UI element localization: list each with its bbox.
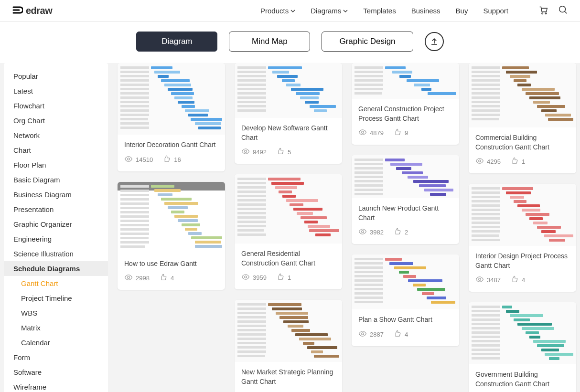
svg-point-0 (542, 13, 543, 14)
thumbs-up-icon (162, 155, 171, 165)
tab-mindmap[interactable]: Mind Map (229, 32, 310, 52)
sidebar-item-latest[interactable]: Latest (4, 84, 108, 98)
template-meta: 39591 (241, 273, 335, 283)
category-tabs: Diagram Mind Map Graphic Design (0, 22, 580, 63)
sidebar-item-flowchart[interactable]: Flowchart (4, 98, 108, 113)
likes-count: 4 (393, 329, 408, 339)
chevron-down-icon (343, 9, 348, 13)
sidebar-item-floor-plan[interactable]: Floor Plan (4, 158, 108, 172)
template-thumbnail (352, 254, 459, 309)
thumbs-up-icon (393, 128, 402, 138)
tab-graphic-design[interactable]: Graphic Design (322, 32, 413, 52)
nav-support[interactable]: Support (483, 7, 508, 15)
template-title: Government Building Construction Gantt C… (475, 370, 569, 389)
sidebar-item-chart[interactable]: Chart (4, 143, 108, 158)
svg-point-12 (479, 278, 481, 281)
sidebar-item-software[interactable]: Software (4, 365, 108, 380)
sidebar-item-wireframe[interactable]: Wireframe (4, 380, 108, 392)
template-title: General Residential Construction Gantt C… (241, 249, 335, 268)
sidebar-item-schedule-diagrams[interactable]: Schedule Diagrams (4, 261, 108, 276)
template-title: Commercial Building Construction Gantt C… (475, 133, 569, 152)
views-count: 3959 (241, 273, 267, 283)
svg-point-8 (362, 131, 364, 134)
template-thumbnail (469, 63, 576, 127)
template-title: How to use Edraw Gantt (124, 259, 218, 269)
logo-icon (11, 5, 23, 17)
template-card[interactable]: Launch New Product Gantt Chart39822 (352, 155, 459, 244)
chevron-down-icon (290, 9, 295, 13)
sidebar-item-popular[interactable]: Popular (4, 69, 108, 84)
eye-icon (124, 273, 133, 283)
thumbs-up-icon (510, 275, 519, 285)
template-card[interactable]: Interior Decoration Gantt Chart1451016 (118, 63, 225, 171)
eye-icon (358, 329, 367, 339)
template-gallery: Interior Decoration Gantt Chart1451016Ho… (118, 63, 576, 392)
sidebar-item-form[interactable]: Form (4, 350, 108, 365)
gallery-col-1: Interior Decoration Gantt Chart1451016Ho… (118, 63, 225, 392)
nav-business[interactable]: Business (411, 7, 440, 15)
likes-count: 4 (510, 275, 525, 285)
template-thumbnail (235, 174, 342, 244)
sidebar-sub-project-timeline[interactable]: Project Timeline (4, 291, 108, 306)
likes-count: 5 (276, 147, 291, 157)
eye-icon (358, 227, 367, 237)
sidebar-item-science-illustration[interactable]: Science Illustration (4, 246, 108, 261)
search-button[interactable] (558, 5, 569, 17)
svg-point-3 (128, 158, 130, 160)
template-thumbnail (352, 155, 459, 198)
search-icon (558, 5, 569, 15)
eye-icon (241, 273, 250, 283)
thumbs-up-icon (276, 147, 285, 157)
sidebar-item-graphic-organizer[interactable]: Graphic Organizer (4, 217, 108, 232)
svg-point-5 (245, 150, 247, 153)
views-count: 4879 (358, 128, 384, 138)
nav-buy[interactable]: Buy (456, 7, 468, 15)
template-card[interactable]: Plan a Show Gantt Chart28874 (352, 254, 459, 346)
template-card[interactable]: How to use Edraw Gantt29984 (118, 182, 225, 290)
template-thumbnail (469, 184, 576, 246)
eye-icon (124, 155, 133, 165)
nav-label: Products (260, 7, 289, 15)
template-card[interactable]: New Market Strategic Planning Gantt Char… (235, 300, 342, 392)
sidebar-sub-gantt-chart[interactable]: Gantt Chart (4, 276, 108, 291)
sidebar-item-org-chart[interactable]: Org Chart (4, 113, 108, 128)
sidebar-item-business-diagram[interactable]: Business Diagram (4, 187, 108, 202)
nav-templates[interactable]: Templates (363, 7, 396, 15)
template-card[interactable]: Develop New Software Gantt Chart94925 (235, 63, 342, 164)
thumbs-up-icon (510, 157, 519, 167)
sidebar-item-network[interactable]: Network (4, 128, 108, 143)
template-card[interactable]: General Construction Project Process Gan… (352, 63, 459, 145)
template-meta: 42951 (475, 157, 569, 167)
views-count: 2998 (124, 273, 150, 283)
content: PopularLatestFlowchartOrg ChartNetworkCh… (0, 63, 580, 392)
sidebar-sub-wbs[interactable]: WBS (4, 306, 108, 320)
eye-icon (475, 275, 484, 285)
template-card[interactable]: General Residential Construction Gantt C… (235, 174, 342, 289)
sidebar-item-engineering[interactable]: Engineering (4, 232, 108, 246)
tab-diagram[interactable]: Diagram (136, 32, 217, 52)
sidebar-sub-calendar[interactable]: Calendar (4, 335, 108, 350)
likes-count: 2 (393, 227, 408, 237)
svg-point-4 (128, 276, 130, 279)
nav-products[interactable]: Products (260, 7, 295, 15)
likes-count: 1 (510, 157, 525, 167)
thumbs-up-icon (393, 329, 402, 339)
template-card[interactable]: Government Building Construction Gantt C… (469, 302, 576, 392)
template-thumbnail (118, 182, 225, 254)
sidebar-item-presentation[interactable]: Presentation (4, 202, 108, 217)
template-title: New Market Strategic Planning Gantt Char… (241, 368, 335, 386)
svg-point-1 (545, 13, 547, 14)
upload-button[interactable] (425, 32, 444, 51)
nav-diagrams[interactable]: Diagrams (311, 7, 348, 15)
template-title: Interior Design Project Process Gantt Ch… (475, 252, 569, 270)
sidebar: PopularLatestFlowchartOrg ChartNetworkCh… (4, 63, 108, 392)
template-card[interactable]: Interior Design Project Process Gantt Ch… (469, 184, 576, 292)
sidebar-item-basic-diagram[interactable]: Basic Diagram (4, 172, 108, 187)
template-card[interactable]: Commercial Building Construction Gantt C… (469, 63, 576, 173)
logo[interactable]: edraw (11, 5, 52, 17)
sidebar-sub-matrix[interactable]: Matrix (4, 320, 108, 335)
nav-label: Templates (363, 7, 396, 15)
template-thumbnail (235, 300, 342, 362)
nav-icons (538, 5, 569, 17)
cart-button[interactable] (538, 5, 548, 17)
